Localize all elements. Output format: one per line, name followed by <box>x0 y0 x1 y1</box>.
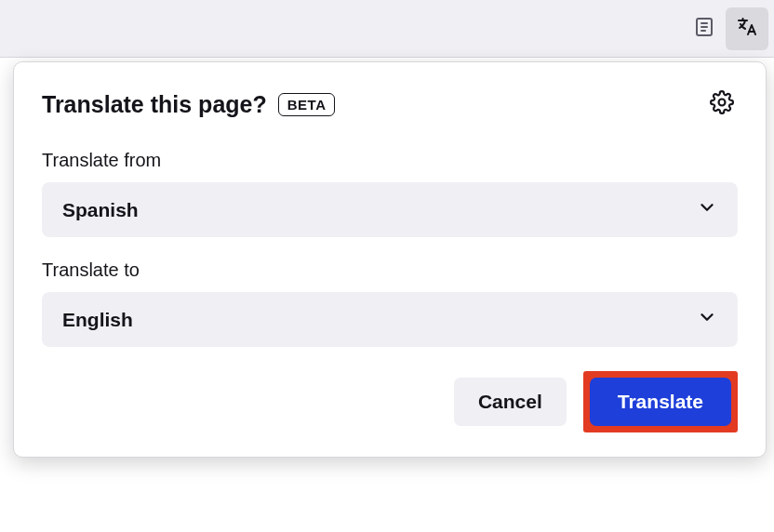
gear-icon <box>710 90 734 118</box>
reader-mode-icon <box>693 16 715 42</box>
translate-from-label: Translate from <box>42 150 738 171</box>
chevron-down-icon <box>697 307 717 332</box>
panel-title-wrap: Translate this page? BETA <box>42 91 335 118</box>
translate-to-select[interactable]: English <box>42 292 738 347</box>
translate-from-value: Spanish <box>62 199 139 221</box>
translate-panel: Translate this page? BETA Translate from… <box>13 61 767 458</box>
translate-button[interactable]: Translate <box>590 378 731 426</box>
reader-mode-button[interactable] <box>683 7 726 50</box>
translate-to-group: Translate to English <box>42 259 738 347</box>
translate-to-label: Translate to <box>42 259 738 281</box>
translate-to-value: English <box>62 309 133 331</box>
svg-point-4 <box>719 100 726 106</box>
cancel-button[interactable]: Cancel <box>454 378 567 426</box>
button-row: Cancel Translate <box>42 371 738 432</box>
translate-icon <box>736 16 758 42</box>
browser-toolbar <box>0 0 774 58</box>
translate-from-select[interactable]: Spanish <box>42 182 738 237</box>
settings-button[interactable] <box>706 88 738 120</box>
translate-toolbar-button[interactable] <box>726 7 768 50</box>
chevron-down-icon <box>697 197 717 222</box>
beta-badge: BETA <box>278 93 336 116</box>
translate-button-highlight: Translate <box>583 371 738 432</box>
panel-header: Translate this page? BETA <box>42 88 738 120</box>
translate-from-group: Translate from Spanish <box>42 150 738 237</box>
panel-title: Translate this page? <box>42 91 267 118</box>
